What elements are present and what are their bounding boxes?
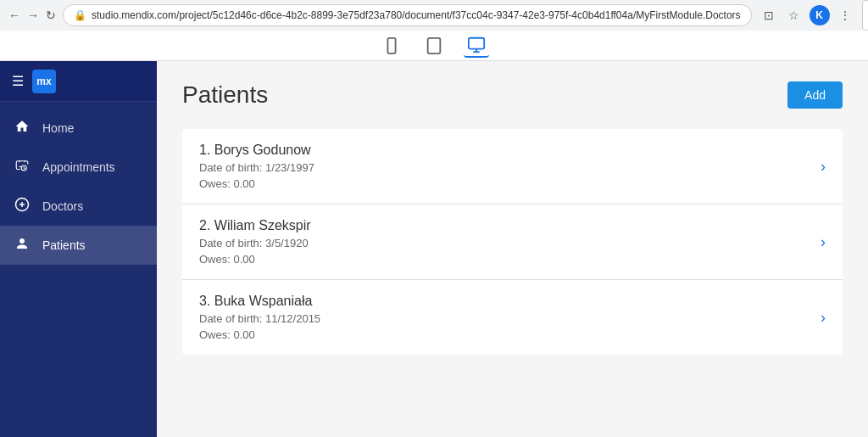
patient-owes: Owes: 0.00 <box>199 328 320 341</box>
sidebar-item-patients-label: Patients <box>42 238 86 252</box>
refresh-button[interactable]: ↻ <box>46 6 56 25</box>
phone-device-button[interactable] <box>379 34 404 58</box>
patient-info: 2. Wiliam Szekspir Date of birth: 3/5/19… <box>199 218 311 266</box>
sidebar: ☰ mx Home <box>0 61 157 437</box>
patient-list: 1. Borys Godunow Date of birth: 1/23/199… <box>182 129 843 355</box>
device-bar <box>0 31 868 61</box>
main-content: Patients Add 1. Borys Godunow Date of bi… <box>157 61 868 437</box>
patient-info: 3. Buka Wspaniała Date of birth: 11/12/2… <box>199 294 320 341</box>
profile-button[interactable]: K <box>810 5 830 25</box>
chevron-right-icon: › <box>821 158 826 176</box>
chevron-right-icon: › <box>821 309 826 327</box>
sidebar-nav: Home Appointments <box>0 102 157 272</box>
mx-logo: mx <box>32 70 56 93</box>
sidebar-header: ☰ mx <box>0 61 157 102</box>
add-button[interactable]: Add <box>787 81 843 109</box>
sidebar-item-appointments[interactable]: Appointments <box>0 148 157 187</box>
patient-dob: Date of birth: 1/23/1997 <box>199 161 314 174</box>
chevron-right-icon: › <box>821 233 826 251</box>
svg-rect-4 <box>469 37 484 48</box>
patient-info: 1. Borys Godunow Date of birth: 1/23/199… <box>199 143 314 190</box>
svg-point-8 <box>24 161 25 163</box>
patient-dob: Date of birth: 3/5/1920 <box>199 237 311 249</box>
sidebar-item-appointments-label: Appointments <box>42 160 115 174</box>
patient-name: 2. Wiliam Szekspir <box>199 218 311 233</box>
desktop-device-button[interactable] <box>464 34 489 58</box>
url-text: studio.mendix.com/project/5c12d46c-d6ce-… <box>92 9 741 21</box>
doctors-icon <box>14 197 31 216</box>
sidebar-item-patients[interactable]: Patients <box>0 226 157 265</box>
patient-item[interactable]: 2. Wiliam Szekspir Date of birth: 3/5/19… <box>182 204 843 280</box>
sidebar-item-doctors[interactable]: Doctors <box>0 187 157 226</box>
page-title: Patients <box>182 81 268 109</box>
tablet-device-button[interactable] <box>421 34 447 58</box>
svg-point-7 <box>19 161 20 163</box>
menu-button[interactable]: ⋮ <box>835 5 855 25</box>
patient-owes: Owes: 0.00 <box>199 253 311 266</box>
patient-item[interactable]: 3. Buka Wspaniała Date of birth: 11/12/2… <box>182 280 843 355</box>
browser-toolbar: ← → ↻ 🔒 studio.mendix.com/project/5c12d4… <box>0 0 868 31</box>
patient-owes: Owes: 0.00 <box>199 177 314 190</box>
back-button[interactable]: ← <box>8 6 20 25</box>
appointments-icon <box>14 158 31 176</box>
sidebar-item-home-label: Home <box>42 121 74 135</box>
cast-button[interactable]: ⊡ <box>759 5 779 25</box>
forward-button[interactable]: → <box>27 6 39 25</box>
sidebar-item-doctors-label: Doctors <box>42 199 83 213</box>
patients-icon <box>14 236 31 255</box>
home-icon <box>14 119 31 137</box>
patient-name: 1. Borys Godunow <box>199 143 314 158</box>
patient-item[interactable]: 1. Borys Godunow Date of birth: 1/23/199… <box>182 129 843 204</box>
patient-name: 3. Buka Wspaniała <box>199 294 320 309</box>
address-bar[interactable]: 🔒 studio.mendix.com/project/5c12d46c-d6c… <box>63 4 752 26</box>
hamburger-icon[interactable]: ☰ <box>12 73 24 89</box>
patient-dob: Date of birth: 11/12/2015 <box>199 312 320 325</box>
sidebar-item-home[interactable]: Home <box>0 109 157 148</box>
bookmark-button[interactable]: ☆ <box>784 5 804 25</box>
close-preview-button[interactable]: Close Preview ✕ <box>862 0 868 31</box>
browser-actions: ⊡ ☆ K ⋮ <box>759 5 855 25</box>
page-header: Patients Add <box>182 81 843 109</box>
